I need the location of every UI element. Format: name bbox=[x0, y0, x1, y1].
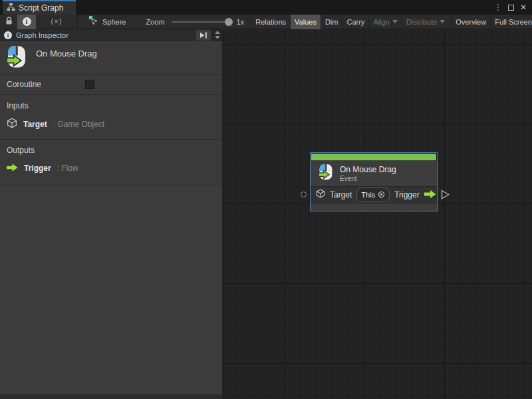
mouse-event-icon bbox=[7, 45, 27, 72]
values-button[interactable]: Values bbox=[290, 15, 321, 29]
mouse-event-icon bbox=[319, 164, 333, 184]
zoom-slider[interactable] bbox=[172, 18, 231, 26]
inputs-section: Inputs Target : Game Object bbox=[0, 95, 222, 140]
node-title: On Mouse Drag bbox=[340, 165, 396, 175]
output-port-row: Trigger : Flow bbox=[7, 162, 215, 174]
fullscreen-button[interactable]: Full Screen bbox=[490, 15, 532, 29]
lock-button[interactable] bbox=[0, 15, 17, 29]
trigger-port-label: Trigger bbox=[394, 190, 420, 200]
tab-bar: Script Graph ⋮ ✕ bbox=[0, 0, 532, 15]
window-menu-icon[interactable]: ⋮ bbox=[494, 3, 502, 11]
coroutine-checkbox[interactable] bbox=[85, 80, 94, 89]
coroutine-row: Coroutine bbox=[0, 74, 222, 95]
node-header[interactable]: On Mouse Drag Event bbox=[311, 161, 437, 186]
graph-inspector-panel: i Graph Inspector bbox=[0, 29, 223, 399]
close-icon[interactable]: ✕ bbox=[520, 3, 527, 11]
zoom-value: 1x bbox=[237, 18, 245, 26]
target-port-label: Target bbox=[330, 190, 352, 200]
node-footer bbox=[311, 203, 437, 211]
distribute-dropdown[interactable]: Distribute bbox=[402, 15, 449, 29]
input-port-type: : Game Object bbox=[53, 120, 104, 129]
tab-script-graph[interactable]: Script Graph bbox=[3, 0, 76, 15]
inspector-bottom-edge bbox=[0, 394, 222, 399]
dim-button[interactable]: Dim bbox=[321, 15, 342, 29]
arrow-up-icon bbox=[215, 31, 220, 34]
arrow-down-icon bbox=[215, 36, 220, 39]
overview-button[interactable]: Overview bbox=[451, 15, 490, 29]
chevron-down-icon bbox=[392, 20, 398, 23]
graph-canvas[interactable]: On Mouse Drag Event Target bbox=[223, 29, 532, 399]
main-area: i Graph Inspector bbox=[0, 29, 532, 399]
outputs-section: Outputs Trigger : Flow bbox=[0, 140, 222, 186]
output-port-type: : Flow bbox=[57, 164, 78, 173]
maximize-icon[interactable] bbox=[508, 5, 514, 11]
outputs-heading: Outputs bbox=[7, 146, 215, 155]
output-port-connector[interactable] bbox=[441, 190, 450, 202]
script-graph-window: Script Graph ⋮ ✕ i ⟨×⟩ bbox=[0, 0, 532, 399]
dock-icon bbox=[199, 31, 208, 39]
tab-label: Script Graph bbox=[19, 3, 63, 13]
carry-button[interactable]: Carry bbox=[342, 15, 368, 29]
inspector-title: Graph Inspector bbox=[16, 31, 68, 39]
zoom-slider-track bbox=[172, 21, 231, 23]
inspector-toggle-button[interactable]: i bbox=[17, 15, 36, 29]
align-dropdown[interactable]: Align bbox=[368, 15, 401, 29]
inspector-header: i Graph Inspector bbox=[0, 29, 222, 41]
cube-icon bbox=[7, 118, 17, 131]
panel-scroll-arrows[interactable] bbox=[212, 29, 222, 41]
lock-icon bbox=[5, 16, 13, 28]
node-on-mouse-drag[interactable]: On Mouse Drag Event Target bbox=[310, 152, 438, 211]
input-port-row: Target : Game Object bbox=[7, 118, 215, 131]
flow-arrow-icon bbox=[424, 189, 436, 201]
graph-toolbar: i ⟨×⟩ Sphere Zoom 1x Relations bbox=[0, 15, 532, 29]
node-body[interactable]: On Mouse Drag Event Target bbox=[310, 152, 438, 211]
unit-title: On Mouse Drag bbox=[36, 49, 97, 59]
info-icon: i bbox=[4, 31, 12, 39]
zoom-slider-handle[interactable] bbox=[225, 18, 233, 26]
flow-arrow-icon bbox=[7, 162, 18, 174]
window-controls: ⋮ ✕ bbox=[494, 0, 532, 15]
dock-panel-button[interactable] bbox=[196, 30, 211, 41]
code-icon: ⟨×⟩ bbox=[51, 17, 63, 26]
object-picker-icon[interactable] bbox=[378, 189, 385, 201]
code-view-button[interactable]: ⟨×⟩ bbox=[36, 15, 77, 29]
toolbar-buttons: Relations Values Dim Carry Align Distrib… bbox=[251, 15, 532, 29]
relations-button[interactable]: Relations bbox=[251, 15, 290, 29]
cube-icon bbox=[316, 189, 325, 201]
toolbar-separator bbox=[77, 15, 78, 29]
node-accent-bar bbox=[311, 154, 436, 160]
node-ports-row: Target This Trigger bbox=[311, 186, 437, 203]
target-value-chip[interactable]: This bbox=[356, 188, 390, 202]
zoom-label: Zoom bbox=[146, 18, 164, 26]
inputs-heading: Inputs bbox=[7, 101, 215, 110]
input-port-connector[interactable] bbox=[301, 192, 307, 198]
chevron-down-icon bbox=[440, 20, 445, 23]
inspector-empty-area bbox=[0, 186, 222, 394]
graph-breadcrumb[interactable]: Sphere bbox=[88, 15, 126, 28]
info-icon: i bbox=[23, 17, 31, 26]
graph-context-label: Sphere bbox=[102, 18, 126, 26]
output-port-name: Trigger bbox=[24, 164, 51, 173]
unit-title-section: On Mouse Drag bbox=[0, 41, 222, 74]
coroutine-label: Coroutine bbox=[7, 80, 85, 89]
sitemap-icon bbox=[7, 2, 15, 14]
node-subtitle: Event bbox=[340, 175, 396, 183]
graph-icon bbox=[88, 15, 98, 28]
input-port-name: Target bbox=[23, 120, 47, 129]
